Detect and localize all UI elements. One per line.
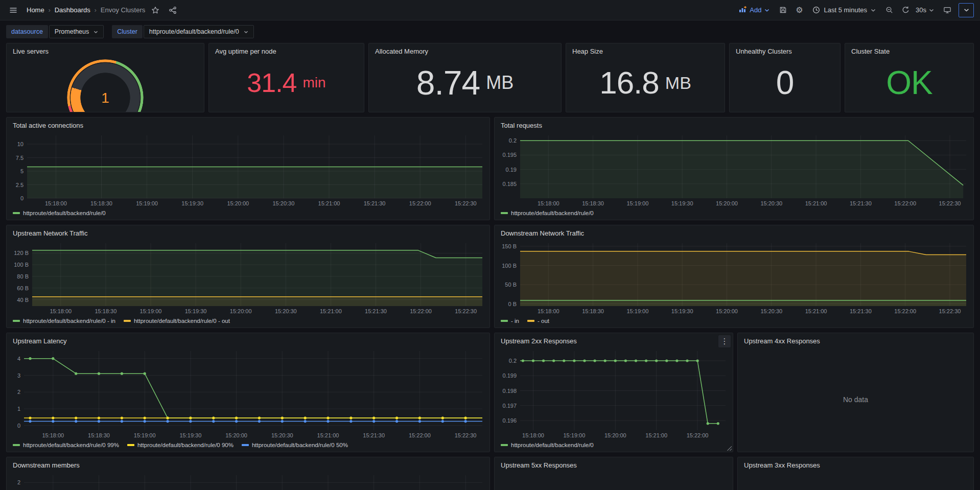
variable-datasource-label[interactable]: datasource [6, 25, 48, 38]
svg-text:15:19:30: 15:19:30 [181, 200, 203, 206]
refresh-icon[interactable] [898, 3, 913, 17]
legend-swatch [527, 320, 534, 322]
panel-title[interactable]: Cluster State [851, 48, 890, 55]
svg-text:5: 5 [20, 168, 24, 174]
svg-text:15:18:00: 15:18:00 [45, 200, 67, 206]
panel-upstream-4xx-responses: Upstream 4xx Responses No data [737, 333, 974, 452]
panel-title[interactable]: Upstream 5xx Responses [501, 461, 577, 469]
svg-text:15:20:00: 15:20:00 [227, 200, 249, 206]
legend-item[interactable]: httproute/default/backend/rule/0 - in [13, 318, 115, 324]
no-data-message: No data [738, 347, 973, 452]
svg-text:100 B: 100 B [14, 262, 29, 268]
svg-text:15:22:00: 15:22:00 [409, 200, 431, 206]
svg-text:15:20:00: 15:20:00 [716, 308, 738, 314]
variable-datasource-value[interactable]: Prometheus [49, 25, 104, 38]
legend-item[interactable]: httproute/default/backend/rule/0 50% [242, 442, 348, 448]
legend-item[interactable]: httproute/default/backend/rule/0 - out [124, 318, 230, 324]
zoom-out-icon[interactable] [882, 3, 896, 17]
panel-title[interactable]: Total active connections [13, 122, 83, 129]
svg-text:15:18:00: 15:18:00 [538, 308, 559, 314]
chevron-down-icon [871, 8, 876, 12]
svg-text:0.197: 0.197 [502, 403, 517, 409]
panel-menu-kebab-icon[interactable]: ⋮ [718, 335, 731, 347]
chevron-down-icon [929, 8, 934, 12]
panel-title[interactable]: Live servers [13, 48, 49, 55]
panel-title[interactable]: Allocated Memory [375, 48, 428, 55]
refresh-interval-picker[interactable]: 30s [915, 3, 938, 17]
panel-upstream-3xx-responses: Upstream 3xx Responses [737, 457, 974, 490]
legend-label: httproute/default/backend/rule/0 90% [137, 442, 234, 448]
chart-canvas[interactable]: 2 [9, 472, 487, 490]
svg-text:15:18:00: 15:18:00 [538, 200, 559, 206]
svg-text:10: 10 [17, 141, 24, 147]
time-range-label: Last 5 minutes [824, 6, 867, 14]
panel-title[interactable]: Upstream Latency [13, 337, 67, 345]
panel-title[interactable]: Downstream Network Traffic [501, 229, 584, 237]
stat-unit: min [303, 76, 326, 90]
legend-label: httproute/default/backend/rule/0 - in [23, 318, 115, 324]
svg-text:15:20:30: 15:20:30 [275, 308, 297, 314]
breadcrumb-dashboards[interactable]: Dashboards [55, 6, 90, 14]
legend-item[interactable]: httproute/default/backend/rule/0 90% [127, 442, 234, 448]
legend-item[interactable]: httproute/default/backend/rule/0 [501, 442, 594, 448]
svg-text:0.185: 0.185 [502, 181, 517, 187]
legend-item[interactable]: httproute/default/backend/rule/0 99% [13, 442, 119, 448]
time-range-picker[interactable]: Last 5 minutes [808, 3, 880, 17]
panel-upstream-5xx-responses: Upstream 5xx Responses [494, 457, 733, 490]
panel-title[interactable]: Total requests [501, 122, 542, 129]
panel-title[interactable]: Unhealthy Clusters [736, 48, 792, 55]
legend-swatch [13, 212, 20, 214]
add-button[interactable]: Add [735, 3, 774, 17]
variable-datasource: datasource Prometheus [6, 25, 104, 38]
settings-icon[interactable]: ⚙ [792, 3, 806, 17]
panel-upstream-2xx-responses: Upstream 2xx Responses ⋮ 0.1960.1970.198… [494, 333, 733, 452]
svg-text:15:19:00: 15:19:00 [626, 308, 648, 314]
legend-label: - in [511, 318, 519, 324]
svg-text:50 B: 50 B [505, 282, 517, 288]
panel-title[interactable]: Upstream 2xx Responses [501, 337, 577, 345]
monitor-icon[interactable] [940, 3, 954, 17]
chart-legend: httproute/default/backend/rule/0 99%http… [9, 440, 487, 451]
panel-title[interactable]: Avg uptime per node [215, 48, 276, 55]
svg-text:15:21:30: 15:21:30 [850, 308, 872, 314]
chart-canvas[interactable]: 02.557.51015:18:0015:18:3015:19:0015:19:… [9, 132, 487, 208]
variable-cluster-label[interactable]: Cluster [112, 25, 143, 38]
breadcrumb-home[interactable]: Home [27, 6, 44, 14]
panel-live-servers: Live servers 1 [6, 43, 204, 112]
panel-title[interactable]: Downstream members [13, 461, 80, 469]
svg-text:15:20:00: 15:20:00 [716, 200, 738, 206]
top-nav-bar: Home › Dashboards › Envoy Clusters Add ⚙… [0, 0, 980, 20]
chevron-down-icon [244, 30, 248, 34]
panel-title[interactable]: Upstream 3xx Responses [744, 461, 820, 469]
panel-upstream-latency: Upstream Latency 0123415:18:0015:18:3015… [6, 333, 490, 452]
hamburger-menu-icon[interactable] [6, 3, 20, 17]
share-icon[interactable] [166, 3, 180, 17]
legend-item[interactable]: httproute/default/backend/rule/0 [13, 210, 106, 216]
svg-text:15:21:00: 15:21:00 [320, 308, 342, 314]
chart-canvas[interactable]: 40 B60 B80 B100 B120 B15:18:0015:18:3015… [9, 240, 487, 316]
panel-title[interactable]: Upstream 4xx Responses [744, 337, 820, 345]
svg-text:15:21:30: 15:21:30 [364, 200, 386, 206]
star-icon[interactable] [148, 3, 162, 17]
panel-title[interactable]: Heap Size [572, 48, 603, 55]
svg-text:15:22:30: 15:22:30 [455, 200, 477, 206]
chart-canvas[interactable]: 0123415:18:0015:18:3015:19:0015:19:3015:… [9, 348, 487, 440]
legend-item[interactable]: httproute/default/backend/rule/0 [501, 210, 594, 216]
save-icon[interactable] [776, 3, 790, 17]
variable-cluster-value-text: httproute/default/backend/rule/0 [149, 28, 239, 35]
collapse-toolbar-button[interactable] [959, 3, 974, 17]
variable-cluster-value[interactable]: httproute/default/backend/rule/0 [144, 25, 254, 38]
panel-unhealthy-clusters: Unhealthy Clusters 0 [729, 43, 841, 112]
chart-canvas[interactable]: 0.1850.190.1950.215:18:0015:18:3015:19:0… [497, 132, 971, 208]
panel-title[interactable]: Upstream Network Traffic [13, 229, 87, 237]
svg-text:0.2: 0.2 [509, 137, 517, 144]
chart-canvas[interactable]: 0.1960.1970.1980.1990.215:18:0015:19:001… [497, 348, 731, 440]
svg-text:15:21:00: 15:21:00 [805, 200, 827, 206]
legend-item[interactable]: - in [501, 318, 519, 324]
legend-label: httproute/default/backend/rule/0 50% [252, 442, 348, 448]
svg-text:15:18:30: 15:18:30 [582, 308, 604, 314]
stat-unit: MB [486, 74, 514, 92]
legend-item[interactable]: - out [527, 318, 549, 324]
chart-canvas[interactable]: 0 B50 B100 B150 B15:18:0015:18:3015:19:0… [497, 240, 971, 316]
breadcrumb-current-dashboard[interactable]: Envoy Clusters [101, 6, 145, 14]
